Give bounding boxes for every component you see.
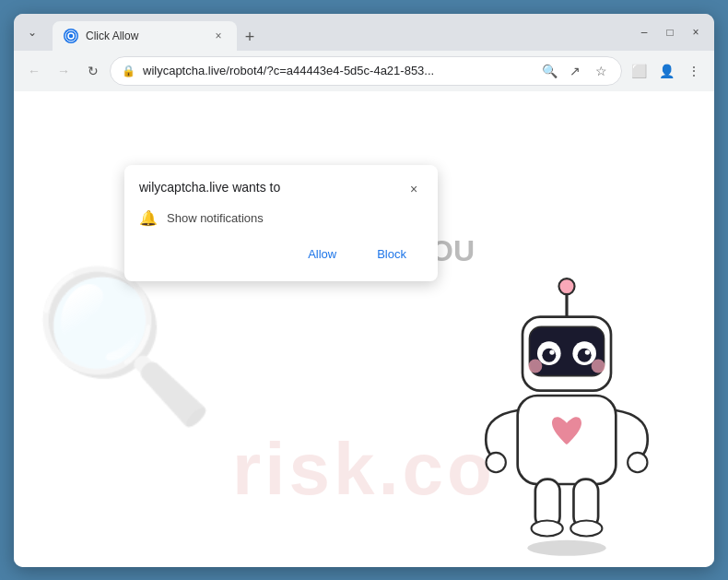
title-bar: ⌄ Click Allow × + – □ ×	[14, 14, 714, 51]
back-button[interactable]: ←	[21, 58, 47, 84]
svg-point-0	[65, 30, 76, 41]
address-icons: 🔍 ↗ ☆	[540, 62, 610, 80]
nav-bar: ← → ↻ 🔒 wilycaptcha.live/robot4/?c=a4444…	[14, 51, 714, 91]
allow-button[interactable]: Allow	[291, 242, 353, 266]
block-button[interactable]: Block	[360, 242, 423, 266]
address-text: wilycaptcha.live/robot4/?c=a44443e4-5d5c…	[143, 64, 533, 77]
permission-dialog: wilycaptcha.live wants to × 🔔 Show notif…	[124, 165, 438, 281]
window-controls: ⌄	[21, 21, 43, 43]
tab-favicon	[64, 29, 78, 43]
dialog-permission-row: 🔔 Show notifications	[139, 209, 423, 227]
tab-title: Click Allow	[86, 30, 204, 42]
svg-point-10	[578, 348, 592, 361]
profile-icon[interactable]: 👤	[653, 58, 679, 84]
svg-point-4	[558, 278, 574, 294]
lock-icon: 🔒	[122, 65, 135, 77]
background-search-icon: 🔍	[32, 259, 217, 432]
dialog-close-button[interactable]: ×	[405, 180, 423, 198]
nav-right-icons: ⬜ 👤 ⋮	[626, 58, 707, 84]
svg-point-17	[628, 452, 647, 471]
new-tab-button[interactable]: +	[237, 25, 263, 51]
bookmark-icon[interactable]: ☆	[592, 62, 610, 80]
maximize-button[interactable]: □	[659, 21, 681, 43]
active-tab[interactable]: Click Allow ×	[53, 21, 237, 51]
dialog-title: wilycaptcha.live wants to	[139, 180, 280, 195]
permission-label: Show notifications	[167, 211, 264, 225]
tab-close-button[interactable]: ×	[211, 29, 226, 43]
title-bar-controls: – □ ×	[633, 21, 707, 43]
menu-icon[interactable]: ⋮	[681, 58, 707, 84]
chevron-down-icon[interactable]: ⌄	[21, 21, 43, 43]
address-bar[interactable]: 🔒 wilycaptcha.live/robot4/?c=a44443e4-5d…	[110, 56, 622, 86]
tabs-area: Click Allow × +	[53, 14, 628, 51]
page-content: 🔍 risk.co OU wilycaptcha.live wants to ×…	[14, 91, 714, 567]
svg-point-11	[549, 349, 554, 354]
svg-point-12	[585, 349, 590, 354]
split-screen-icon[interactable]: ⬜	[626, 58, 652, 84]
svg-point-16	[487, 452, 506, 471]
close-window-button[interactable]: ×	[685, 21, 707, 43]
robot-illustration	[456, 263, 677, 558]
svg-point-14	[592, 359, 605, 373]
svg-point-9	[542, 348, 556, 361]
share-icon[interactable]: ↗	[566, 62, 584, 80]
browser-window: ⌄ Click Allow × + – □ × ←	[14, 14, 714, 567]
reload-button[interactable]: ↻	[80, 58, 106, 84]
search-lens-icon[interactable]: 🔍	[540, 62, 558, 80]
svg-point-13	[528, 359, 542, 373]
dialog-buttons: Allow Block	[139, 242, 423, 266]
bell-icon: 🔔	[139, 209, 158, 227]
svg-point-2	[527, 539, 605, 555]
svg-point-21	[570, 520, 602, 536]
svg-point-20	[532, 520, 563, 536]
dialog-header: wilycaptcha.live wants to ×	[139, 180, 423, 198]
forward-button[interactable]: →	[51, 58, 76, 84]
minimize-button[interactable]: –	[633, 21, 655, 43]
